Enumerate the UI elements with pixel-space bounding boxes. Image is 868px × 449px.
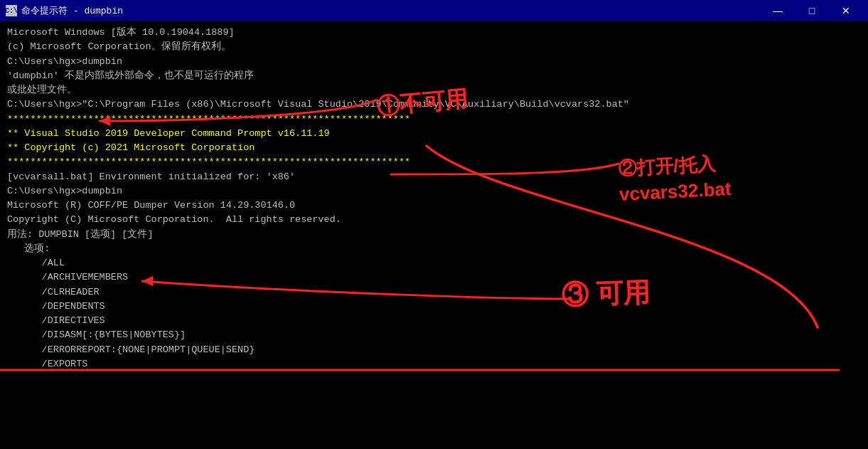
terminal-area: Microsoft Windows [版本 10.0.19044.1889](c… xyxy=(0,21,868,449)
terminal-line: Microsoft Windows [版本 10.0.19044.1889] xyxy=(7,26,861,40)
terminal-line: /DEPENDENTS xyxy=(7,300,861,314)
app-icon: C:\ xyxy=(6,5,17,16)
terminal-line: 用法: DUMPBIN [选项] [文件] xyxy=(7,228,861,242)
terminal-line: 选项: xyxy=(7,242,861,256)
terminal-line: ****************************************… xyxy=(7,155,861,169)
terminal-line: C:\Users\hgx>"C:\Program Files (x86)\Mic… xyxy=(7,97,861,112)
terminal-line: C:\Users\hgx>dumpbin xyxy=(7,184,861,199)
window-title: 命令提示符 - dumpbin xyxy=(21,4,123,17)
terminal-line: /DIRECTIVES xyxy=(7,314,861,328)
titlebar: C:\ 命令提示符 - dumpbin — □ ✕ xyxy=(0,0,868,21)
terminal-line: [vcvarsall.bat] Environment initialized … xyxy=(7,170,861,184)
terminal-line: /EXPORTS xyxy=(7,357,861,371)
terminal-line: Copyright (C) Microsoft Corporation. All… xyxy=(7,213,861,227)
titlebar-left: C:\ 命令提示符 - dumpbin xyxy=(6,4,123,17)
terminal-line: /ERRORREPORT:{NONE|PROMPT|QUEUE|SEND} xyxy=(7,343,861,357)
terminal-line: Microsoft (R) COFF/PE Dumper Version 14.… xyxy=(7,199,861,213)
terminal-output: Microsoft Windows [版本 10.0.19044.1889](c… xyxy=(7,26,861,371)
close-button[interactable]: ✕ xyxy=(830,0,862,21)
terminal-line: ****************************************… xyxy=(7,112,861,127)
terminal-line: /ARCHIVEMEMBERS xyxy=(7,270,861,285)
terminal-line: ** Visual Studio 2019 Developer Command … xyxy=(7,127,861,141)
terminal-line: /ALL xyxy=(7,256,861,270)
terminal-line: (c) Microsoft Corporation。保留所有权利。 xyxy=(7,40,861,54)
maximize-button[interactable]: □ xyxy=(795,0,828,21)
terminal-line: ** Copyright (c) 2021 Microsoft Corporat… xyxy=(7,141,861,155)
terminal-line: C:\Users\hgx>dumpbin xyxy=(7,55,861,69)
terminal-line: 'dumpbin' 不是内部或外部命令，也不是可运行的程序 xyxy=(7,69,861,83)
terminal-line: /CLRHEADER xyxy=(7,285,861,300)
terminal-line: /DISASM[:{BYTES|NOBYTES}] xyxy=(7,328,861,342)
minimize-button[interactable]: — xyxy=(761,0,794,21)
titlebar-controls[interactable]: — □ ✕ xyxy=(761,0,862,21)
terminal-line: 或批处理文件。 xyxy=(7,83,861,97)
